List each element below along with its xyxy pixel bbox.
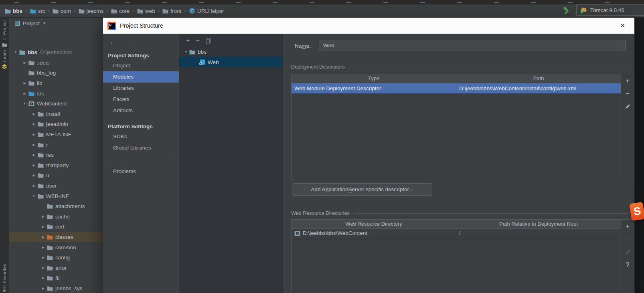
expand-arrow-icon[interactable]: ▶ (30, 153, 37, 157)
edit-icon[interactable] (625, 103, 631, 110)
module-tree-web-item[interactable]: Web (179, 57, 282, 67)
expand-arrow-icon[interactable]: ▶ (40, 287, 47, 290)
remove-icon[interactable]: − (626, 90, 629, 97)
breadcrumb-item-urlhelper[interactable]: CURLHelper (189, 8, 224, 14)
project-tree-item-bbs[interactable]: ▼bbsD:\jeebbs\bbs (9, 47, 103, 58)
expand-arrow-icon[interactable]: ▶ (40, 235, 47, 239)
folder-icon (37, 173, 44, 178)
column-header-relative-path[interactable]: Path Relative to Deployment Root (456, 220, 621, 228)
editor-background (634, 18, 644, 293)
folder-icon (79, 8, 85, 14)
nav-item-global-libraries[interactable]: Global Libraries (103, 142, 179, 154)
expand-arrow-icon[interactable]: ▼ (30, 194, 37, 198)
expand-arrow-icon[interactable]: ▶ (40, 246, 47, 249)
project-tree-item-common[interactable]: ▶common (9, 242, 103, 253)
project-tree-item-r[interactable]: ▶r (9, 139, 103, 150)
expand-arrow-icon[interactable]: ▶ (30, 133, 37, 136)
expand-arrow-icon[interactable]: ▼ (12, 51, 19, 54)
project-tree-item-user[interactable]: ▶user (9, 181, 103, 191)
project-tree-item-web-inf[interactable]: ▼WEB-INF (9, 191, 103, 201)
breadcrumb-item-core[interactable]: core (111, 8, 130, 14)
run-configuration-selector[interactable]: Tomcat 9.0.46 (576, 4, 644, 16)
project-tree-item-cert[interactable]: ▶cert (9, 222, 103, 232)
expand-arrow-icon[interactable]: ▶ (40, 256, 47, 259)
breadcrumb-item-web[interactable]: web (137, 8, 155, 14)
expand-arrow-icon[interactable]: ▶ (40, 215, 47, 218)
project-tree-item-thirdparty[interactable]: ▶thirdparty (9, 160, 103, 171)
project-tree-item-u[interactable]: ▶u (9, 170, 103, 181)
breadcrumb-item-src[interactable]: src (30, 8, 45, 14)
back-arrow-icon[interactable]: ← (109, 38, 115, 45)
table-row[interactable]: Web Module Deployment Descriptor D:\jeeb… (292, 83, 621, 93)
chevron-down-icon[interactable]: ▼ (43, 21, 46, 25)
project-tree-item-error[interactable]: ▶error (9, 263, 103, 273)
nav-item-facets[interactable]: Facets (103, 94, 179, 105)
project-tree-item-jeebbs-sys[interactable]: ▶jeebbs_sys (9, 283, 103, 293)
project-tree-item-res[interactable]: ▶res (9, 150, 103, 160)
expand-arrow-icon[interactable]: ▶ (40, 266, 47, 270)
expand-arrow-icon[interactable]: ▶ (30, 143, 37, 147)
help-icon[interactable]: ? (626, 261, 630, 268)
project-tree-item-classes[interactable]: ▶classes (9, 232, 103, 242)
add-icon[interactable]: + (626, 77, 629, 84)
name-input[interactable]: Web (320, 40, 626, 51)
project-tree-item-cache[interactable]: ▶cache (9, 212, 103, 222)
project-tree-item-meta-inf[interactable]: ▶META-INF (9, 129, 103, 140)
expand-arrow-icon[interactable]: ▶ (21, 92, 28, 95)
expand-arrow-icon[interactable]: ▶ (21, 81, 28, 85)
project-tree-item-ftl[interactable]: ▶ftl (9, 273, 103, 283)
tool-window-button-learn[interactable]: Learn (2, 50, 7, 69)
nav-item-modules[interactable]: Modules (103, 71, 179, 83)
expand-arrow-icon[interactable]: ▶ (30, 112, 37, 116)
add-icon[interactable]: + (186, 37, 190, 44)
breadcrumb-item-com[interactable]: com (53, 8, 71, 14)
add-icon[interactable]: + (626, 223, 629, 230)
tool-window-button-2-favorites[interactable]: 2: Favorites★ (2, 264, 7, 291)
breadcrumb-item-bbs[interactable]: bbs (5, 8, 22, 14)
copy-icon[interactable] (206, 38, 211, 44)
project-tree-item-jeeadmin[interactable]: ▶jeeadmin (9, 119, 103, 129)
project-tree-item-install[interactable]: ▶install (9, 109, 103, 119)
expand-arrow-icon[interactable]: ▼ (183, 50, 189, 54)
nav-item-project[interactable]: Project (103, 60, 179, 71)
expand-arrow-icon[interactable]: ▶ (40, 225, 47, 228)
nav-item-problems[interactable]: Problems (103, 166, 179, 177)
project-tree-item-src[interactable]: ▶src (9, 88, 103, 99)
folder-icon (37, 163, 44, 168)
folder-icon (47, 255, 53, 260)
tree-item-label: jeeadmin (46, 121, 68, 127)
project-panel-header[interactable]: Project ▼ (9, 18, 103, 29)
project-tree-item-idea[interactable]: ▶.idea (9, 58, 103, 68)
project-tree-item-config[interactable]: ▶config (9, 253, 103, 263)
expand-arrow-icon[interactable]: ▶ (21, 61, 28, 65)
expand-arrow-icon[interactable]: ▼ (21, 102, 28, 105)
add-app-server-descriptor-button[interactable]: Add Application Server specific descript… (292, 183, 432, 196)
expand-arrow-icon[interactable]: ▶ (30, 184, 37, 188)
project-tree-item-attachments[interactable]: attachments (9, 201, 103, 212)
nav-item-artifacts[interactable]: Artifacts (103, 105, 179, 116)
remove-icon[interactable]: − (196, 37, 199, 44)
build-hammer-icon[interactable] (561, 6, 571, 16)
breadcrumb-separator: › (132, 7, 134, 14)
close-icon[interactable]: ✕ (620, 22, 625, 29)
nav-item-libraries[interactable]: Libraries (103, 83, 179, 94)
breadcrumb-item-front[interactable]: front (162, 8, 181, 14)
table-row[interactable]: D:\jeebbs\bbs\WebContent / (292, 229, 621, 238)
column-header-path[interactable]: Path (456, 74, 621, 83)
project-tree-item-webcontent[interactable]: ▼WebContent (9, 99, 103, 109)
column-header-type[interactable]: Type (292, 74, 456, 83)
tool-window-label: 2: Favorites (2, 264, 7, 289)
tool-window-button-1-project[interactable]: 1: Project (2, 20, 7, 47)
expand-arrow-icon[interactable]: ▶ (30, 174, 37, 177)
nav-item-sdks[interactable]: SDKs (103, 131, 179, 142)
expand-arrow-icon[interactable]: ▶ (30, 164, 37, 167)
module-tree-root[interactable]: ▼ bbs (179, 46, 282, 57)
project-tree-item-lib[interactable]: ▶lib (9, 78, 103, 89)
expand-arrow-icon[interactable]: ▶ (40, 276, 47, 280)
folder-icon (47, 286, 53, 291)
column-header-directory[interactable]: Web Resource Directory (292, 220, 456, 228)
remove-icon: − (626, 236, 629, 242)
project-tree-item-bbs-log[interactable]: bbs_log (9, 68, 103, 78)
expand-arrow-icon[interactable]: ▶ (30, 122, 37, 126)
breadcrumb-item-jeecms[interactable]: jeecms (79, 8, 104, 14)
